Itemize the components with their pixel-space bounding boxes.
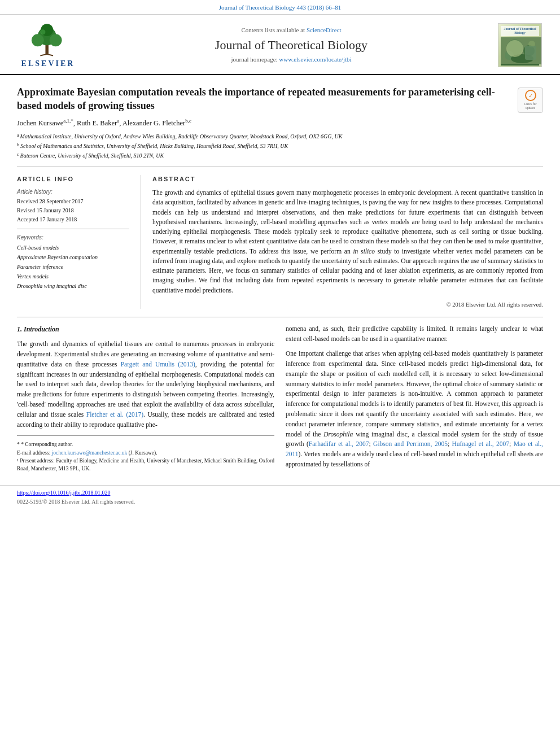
keywords-label: Keywords: xyxy=(17,234,129,242)
journal-title-section: Contents lists available at ScienceDirec… xyxy=(85,26,498,64)
ref-gibson-perrimon[interactable]: Gibson and Perrimon, 2005 xyxy=(373,440,448,447)
svg-point-4 xyxy=(50,34,62,47)
elsevier-tree-icon xyxy=(20,20,76,57)
journal-homepage-line: journal homepage: www.elsevier.com/locat… xyxy=(85,55,498,64)
top-journal-citation: Journal of Theoretical Biology 443 (2018… xyxy=(219,4,342,11)
section-number: 1. xyxy=(17,325,24,333)
affil-3-sup: c xyxy=(17,151,19,158)
elsevier-logo: ELSEVIER xyxy=(11,20,85,69)
journal-homepage-link[interactable]: www.elsevier.com/locate/jtbi xyxy=(279,56,351,63)
authors-line: Jochen Kursawea,1,*, Ruth E. Bakera, Ale… xyxy=(17,117,543,129)
svg-point-14 xyxy=(528,41,535,47)
journal-cover-section: Journal of Theoretical Biology xyxy=(498,23,549,67)
abstract-heading: ABSTRACT xyxy=(152,175,543,184)
in-silico-text: in silico xyxy=(353,248,375,255)
body-section: 1. Introduction The growth and dynamics … xyxy=(17,317,543,482)
check-circle-icon: ✓ xyxy=(525,90,536,101)
ref-hufnagel[interactable]: Hufnagel et al., 2007 xyxy=(452,440,509,447)
svg-point-10 xyxy=(507,40,523,55)
accepted-date: Accepted 17 January 2018 xyxy=(17,215,129,224)
svg-point-13 xyxy=(511,54,533,63)
revised-date: Revised 15 January 2018 xyxy=(17,206,129,215)
check-badge-inner: ✓ Check forupdates xyxy=(518,88,543,113)
affil-1-text: Mathematical Institute, University of Ox… xyxy=(20,132,343,141)
science-direct-link[interactable]: ScienceDirect xyxy=(307,27,342,33)
article-title: Approximate Bayesian computation reveals… xyxy=(17,85,518,113)
body-col-right: nomena and, as such, their predictive ca… xyxy=(286,324,543,475)
footnote-1: ¹ Present address: Faculty of Biology, M… xyxy=(17,457,274,473)
footnote-corresponding: * * Corresponding author. xyxy=(17,440,274,448)
keyword-4: Vertex models xyxy=(17,272,129,281)
keyword-3: Parameter inference xyxy=(17,262,129,272)
svg-point-11 xyxy=(523,45,535,56)
affil-1-sup: a xyxy=(17,132,19,139)
check-for-updates-badge: ✓ Check forupdates xyxy=(518,88,543,113)
author-3-sup: b,c xyxy=(185,118,191,124)
article-header-section: Approximate Bayesian computation reveals… xyxy=(17,75,543,167)
affil-3: c Bateson Centre, University of Sheffiel… xyxy=(17,151,543,160)
history-label: Article history: xyxy=(17,188,129,196)
body-col-left: 1. Introduction The growth and dynamics … xyxy=(17,324,274,475)
affil-2-sup: b xyxy=(17,142,19,148)
abstract-text: The growth and dynamics of epithelial ti… xyxy=(152,188,543,295)
author-2-sup: a xyxy=(117,118,119,124)
elsevier-name: ELSEVIER xyxy=(21,58,75,69)
elsevier-logo-section: ELSEVIER xyxy=(11,20,85,69)
author-2: Ruth E. Baker xyxy=(77,119,117,127)
cover-image xyxy=(501,37,539,65)
affiliations: a Mathematical Institute, University of … xyxy=(17,132,543,160)
top-journal-bar: Journal of Theoretical Biology 443 (2018… xyxy=(0,0,560,15)
received-date: Received 28 September 2017 xyxy=(17,197,129,206)
info-divider xyxy=(17,229,129,229)
copyright-line: © 2018 Elsevier Ltd. All rights reserved… xyxy=(152,301,543,309)
intro-para-2: nomena and, as such, their predictive ca… xyxy=(286,324,543,344)
footnote-section: * * Corresponding author. E-mail address… xyxy=(17,435,274,475)
affil-2: b School of Mathematics and Statistics, … xyxy=(17,142,543,150)
article-dates: Received 28 September 2017 Revised 15 Ja… xyxy=(17,197,129,224)
author-1-sup: a,1,* xyxy=(63,118,73,124)
cover-title: Journal of Theoretical Biology xyxy=(501,26,539,36)
intro-heading: 1. Introduction xyxy=(17,324,274,335)
cover-illustration xyxy=(501,37,542,64)
contents-available-line: Contents lists available at ScienceDirec… xyxy=(85,26,498,34)
ref-fletcher-2017[interactable]: Fletcher et al. (2017) xyxy=(86,411,143,418)
doi-url[interactable]: https://doi.org/10.1016/j.jtbi.2018.01.0… xyxy=(17,490,110,496)
two-col-body: 1. Introduction The growth and dynamics … xyxy=(17,324,543,475)
email-link[interactable]: jochen.kursawe@manchester.ac.uk xyxy=(52,450,128,456)
drosophila-text: Drosophila xyxy=(323,431,353,438)
svg-rect-1 xyxy=(45,44,48,54)
svg-point-3 xyxy=(32,34,44,47)
affil-3-text: Bateson Centre, University of Sheffield,… xyxy=(20,151,164,160)
svg-point-6 xyxy=(40,30,45,35)
main-content: Approximate Bayesian computation reveals… xyxy=(0,75,560,482)
doi-link: https://doi.org/10.1016/j.jtbi.2018.01.0… xyxy=(17,489,543,497)
keyword-1: Cell-based models xyxy=(17,243,129,252)
journal-cover-box: Journal of Theoretical Biology xyxy=(498,23,542,67)
author-3: Alexander G. Fletcher xyxy=(123,119,185,127)
abstract-column: ABSTRACT The growth and dynamics of epit… xyxy=(141,175,543,309)
author-1: Jochen Kursawe xyxy=(17,119,63,127)
ref-pargett-umulis[interactable]: Pargett and Umulis (2013) xyxy=(121,361,195,368)
intro-para-3: One important challenge that arises when… xyxy=(286,349,543,470)
keyword-5: Drosophila wing imaginal disc xyxy=(17,281,129,291)
check-label: Check forupdates xyxy=(524,102,537,110)
bottom-bar: https://doi.org/10.1016/j.jtbi.2018.01.0… xyxy=(0,485,560,510)
journal-title: Journal of Theoretical Biology xyxy=(85,37,498,54)
keyword-2: Approximate Bayesian computation xyxy=(17,252,129,262)
info-abstract-section: ARTICLE INFO Article history: Received 2… xyxy=(17,167,543,318)
issn-text: 0022-5193/© 2018 Elsevier Ltd. All right… xyxy=(17,498,543,506)
affil-2-text: School of Mathematics and Statistics, Un… xyxy=(20,142,288,150)
keywords-list: Cell-based models Approximate Bayesian c… xyxy=(17,243,129,291)
ref-farhadifar[interactable]: Farhadifar et al., 2007 xyxy=(309,440,369,447)
intro-para-1: The growth and dynamics of epithelial ti… xyxy=(17,339,274,430)
article-title-row: Approximate Bayesian computation reveals… xyxy=(17,85,543,113)
footnote-email: E-mail address: jochen.kursawe@mancheste… xyxy=(17,449,274,457)
article-info-heading: ARTICLE INFO xyxy=(17,175,129,184)
article-info-column: ARTICLE INFO Article history: Received 2… xyxy=(17,175,141,309)
journal-header: ELSEVIER Contents lists available at Sci… xyxy=(0,15,560,75)
affil-1: a Mathematical Institute, University of … xyxy=(17,132,543,141)
